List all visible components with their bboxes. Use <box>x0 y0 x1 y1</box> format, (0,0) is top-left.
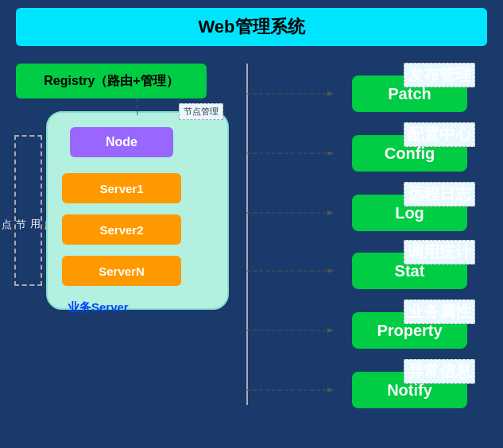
serverN-label: ServerN <box>99 265 145 278</box>
patch-item: 发布管理 Patch <box>352 75 479 112</box>
patch-box: 发布管理 Patch <box>352 75 467 112</box>
title-bar: Web管理系统 <box>16 8 487 46</box>
property-box: 业务属性 Property <box>352 312 467 349</box>
property-tag: 业务属性 <box>404 299 475 324</box>
config-tag: 配置中心 <box>404 122 475 147</box>
property-item: 业务属性 Property <box>352 312 479 349</box>
notify-box: 异常信息 Notify <box>352 372 467 408</box>
serverN-box: ServerN <box>62 256 181 286</box>
log-box: 远程日志 Log <box>352 195 467 231</box>
config-box: 配置中心 Config <box>352 135 467 172</box>
log-tag: 远程日志 <box>404 182 475 207</box>
business-server-label: 业务Server <box>68 300 129 315</box>
stat-tag: 调用统计 <box>404 240 475 265</box>
stat-item: 调用统计 Stat <box>352 253 479 289</box>
app-node-border: 应用节点 <box>14 135 42 286</box>
divider-line <box>246 64 248 405</box>
config-item: 配置中心 Config <box>352 135 479 172</box>
notify-tag: 异常信息 <box>404 359 475 384</box>
registry-label: Registry（路由+管理） <box>44 73 178 90</box>
registry-box: Registry（路由+管理） <box>16 64 207 98</box>
node-box: Node <box>70 127 173 157</box>
stat-box: 调用统计 Stat <box>352 253 467 289</box>
title-text: Web管理系统 <box>198 15 304 39</box>
patch-tag: 发布管理 <box>404 63 475 87</box>
server1-box: Server1 <box>62 173 181 203</box>
node-management-label: 节点管理 <box>179 103 223 120</box>
notify-item: 异常信息 Notify <box>352 372 479 408</box>
log-item: 远程日志 Log <box>352 195 479 231</box>
server2-box: Server2 <box>62 214 181 245</box>
node-label: Node <box>106 135 137 149</box>
server2-label: Server2 <box>99 223 143 237</box>
server1-label: Server1 <box>99 182 143 195</box>
